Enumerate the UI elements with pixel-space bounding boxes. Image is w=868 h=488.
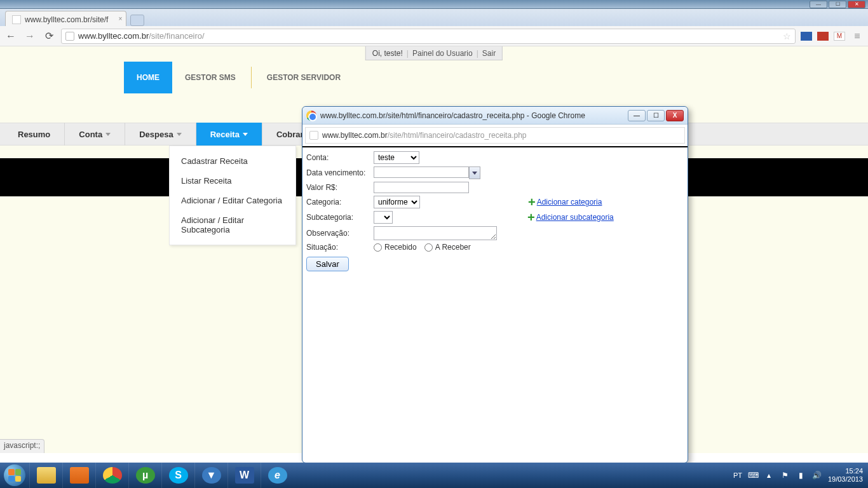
user-panel-link[interactable]: Painel do Usuario [412, 49, 473, 58]
popup-window: www.bylltec.com.br/site/html/financeiro/… [302, 106, 688, 463]
page-favicon-icon [12, 15, 21, 24]
nav-gestor-sms[interactable]: GESTOR SMS [172, 62, 248, 93]
data-vencimento-input[interactable] [374, 166, 469, 178]
popup-form: Conta: teste Data vencimento: Valor R$: … [302, 146, 688, 275]
chrome-menu-icon[interactable]: ≡ [850, 29, 864, 43]
nav-divider [251, 67, 252, 88]
date-dropdown-button[interactable] [469, 166, 480, 179]
tray-keyboard-icon[interactable]: ⌨ [749, 471, 758, 480]
page-content: Oi, teste! | Painel do Usuario | Sair HO… [0, 46, 868, 453]
windows-logo-icon [4, 464, 25, 486]
popup-titlebar[interactable]: www.bylltec.com.br/site/html/financeiro/… [302, 107, 688, 125]
popup-minimize-button[interactable]: — [628, 110, 646, 121]
label-valor: Valor R$: [306, 183, 374, 192]
url-host: www.bylltec.com.br [78, 31, 149, 41]
tray-flag-icon[interactable]: ⚑ [780, 471, 790, 480]
back-button[interactable]: ← [4, 29, 18, 43]
label-conta: Conta: [306, 153, 374, 162]
user-bar: Oi, teste! | Painel do Usuario | Sair [365, 46, 503, 60]
tray-chevron-icon[interactable]: ▴ [764, 471, 774, 480]
start-button[interactable] [0, 463, 29, 488]
tab-label: Resumo [18, 130, 50, 139]
popup-maximize-button[interactable]: ☐ [647, 110, 665, 121]
windows-taskbar: µ S ▼ W e PT ⌨ ▴ ⚑ ▮ 🔊 15:24 19/03/2013 [0, 463, 868, 488]
observacao-textarea[interactable] [374, 226, 497, 240]
popup-close-button[interactable]: X [666, 110, 684, 121]
data-vencimento-field [374, 166, 480, 179]
tab-conta[interactable]: Conta [65, 123, 125, 146]
taskbar-chrome[interactable] [95, 463, 128, 488]
taskbar-download[interactable]: ▼ [194, 463, 227, 488]
taskbar-clock[interactable]: 15:24 19/03/2013 [828, 467, 863, 484]
popup-title-text: www.bylltec.com.br/site/html/financeiro/… [320, 111, 585, 120]
menu-cadastrar-receita[interactable]: Cadastrar Receita [170, 151, 295, 171]
add-categoria-link[interactable]: + Adicionar categoria [528, 196, 602, 208]
taskbar-skype[interactable]: S [161, 463, 194, 488]
menu-editar-categoria[interactable]: Adicionar / Editar Categoria [170, 191, 295, 210]
plus-icon: + [527, 211, 535, 224]
taskbar-word[interactable]: W [227, 463, 261, 488]
system-tray: PT ⌨ ▴ ⚑ ▮ 🔊 15:24 19/03/2013 [733, 467, 868, 484]
nav-home[interactable]: HOME [124, 62, 172, 93]
plus-icon: + [528, 196, 536, 208]
separator: | [477, 49, 478, 58]
url-path: /site/financeiro/ [149, 31, 204, 41]
valor-input[interactable] [374, 182, 469, 193]
popup-url-path: /site/html/financeiro/cadastro_receita.p… [388, 131, 527, 140]
separator: | [407, 49, 409, 58]
extensions-area: M ≡ [801, 29, 864, 43]
subcategoria-select[interactable] [374, 211, 393, 224]
browser-toolbar: ← → ⟳ www.bylltec.com.br/site/financeiro… [0, 26, 868, 46]
os-close-button[interactable]: ✕ [848, 1, 865, 8]
tab-despesa[interactable]: Despesa [125, 123, 196, 146]
categoria-select[interactable]: uniforme [374, 196, 420, 208]
bookmark-star-icon[interactable]: ☆ [783, 31, 791, 41]
primary-nav: HOME GESTOR SMS GESTOR SERVIDOR [124, 62, 353, 93]
tray-network-icon[interactable]: ▮ [796, 471, 806, 480]
language-indicator[interactable]: PT [733, 471, 742, 479]
areceber-radio[interactable] [424, 243, 433, 252]
taskbar-media-player[interactable] [62, 463, 95, 488]
nav-gestor-servidor[interactable]: GESTOR SERVIDOR [254, 62, 353, 93]
browser-tab[interactable]: www.bylltec.com.br/site/f × [5, 11, 126, 26]
forward-button[interactable]: → [23, 29, 37, 43]
chevron-down-icon [105, 133, 111, 136]
tab-title: www.bylltec.com.br/site/f [25, 15, 108, 24]
add-subcategoria-text: Adicionar subcategoria [536, 213, 614, 222]
conta-select[interactable]: teste [374, 151, 419, 164]
label-categoria: Categoria: [306, 198, 374, 207]
greeting-text: Oi, teste! [372, 49, 403, 58]
add-categoria-text: Adicionar categoria [537, 198, 602, 207]
tab-label: Receita [210, 130, 240, 139]
site-icon [65, 32, 74, 41]
reload-button[interactable]: ⟳ [42, 29, 56, 43]
clock-time: 15:24 [845, 467, 863, 475]
os-window-titlebar: — ☐ ✕ [0, 0, 868, 9]
extension-icon[interactable] [801, 32, 812, 41]
menu-listar-receita[interactable]: Listar Receita [170, 171, 295, 191]
taskbar-ie[interactable]: e [261, 463, 294, 488]
extension-icon[interactable] [817, 32, 829, 41]
salvar-button[interactable]: Salvar [306, 257, 349, 271]
tab-receita[interactable]: Receita [196, 123, 262, 146]
browser-status-bar: javascript:; [0, 439, 44, 453]
taskbar-utorrent[interactable]: µ [128, 463, 161, 488]
recebido-radio[interactable] [374, 243, 382, 252]
label-data: Data vencimento: [306, 168, 374, 177]
areceber-label: A Receber [435, 243, 471, 252]
gmail-icon[interactable]: M [834, 32, 845, 41]
label-observacao: Observação: [306, 229, 374, 238]
logout-link[interactable]: Sair [482, 49, 496, 58]
menu-editar-subcategoria[interactable]: Adicionar / Editar Subcategoria [170, 210, 295, 240]
tab-resumo[interactable]: Resumo [4, 123, 65, 146]
add-subcategoria-link[interactable]: + Adicionar subcategoria [527, 211, 614, 224]
taskbar-explorer[interactable] [29, 463, 62, 488]
clock-date: 19/03/2013 [828, 475, 863, 484]
os-maximize-button[interactable]: ☐ [829, 1, 846, 8]
new-tab-button[interactable] [130, 15, 144, 26]
address-bar[interactable]: www.bylltec.com.br/site/financeiro/ ☆ [61, 29, 796, 44]
os-minimize-button[interactable]: — [810, 1, 827, 8]
tray-volume-icon[interactable]: 🔊 [812, 471, 822, 480]
tab-close-icon[interactable]: × [119, 15, 123, 22]
popup-address-bar[interactable]: www.bylltec.com.br/site/html/financeiro/… [305, 127, 685, 144]
